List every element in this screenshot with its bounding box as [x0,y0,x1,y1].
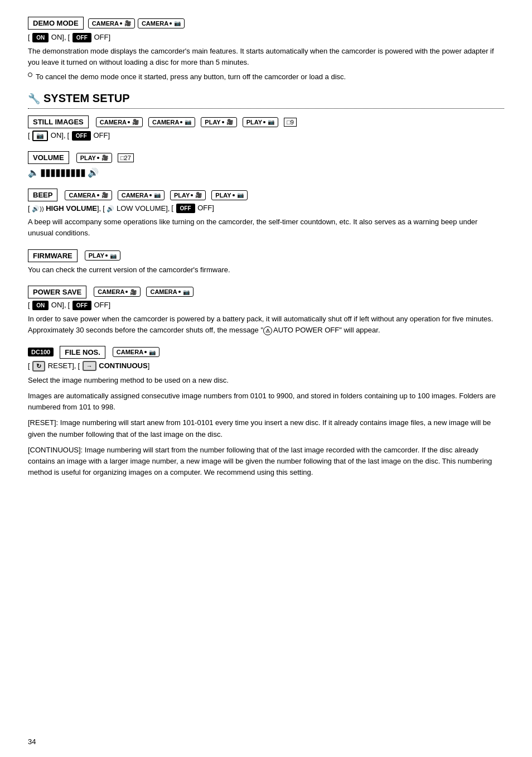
dot-beep-4 [233,194,235,196]
play-icon-vol: 🎥 [101,155,108,161]
file-nos-body1: Select the image numbering method to be … [28,375,504,386]
camera-video-badge-ps: CAMERA 🎥 [94,287,141,297]
volume-section: VOLUME PLAY 🎥 □ 27 🔈 ▮▮▮▮▮▮▮▮▮ 🔊 [28,151,504,179]
play-photo-badge-beep: PLAY 📷 [211,190,247,200]
dot-beep-3 [191,194,193,196]
page-ref-vol: □ 27 [118,153,134,162]
beep-options: [ 🔊)) HIGH VOLUME], [ 🔊 LOW VOLUME], [ O… [28,204,504,213]
dot-fn-1 [144,351,147,353]
demo-mode-bullet-text: To cancel the demo mode once it started,… [36,73,346,81]
camera-photo-badge-beep: CAMERA 📷 [118,190,165,200]
system-setup-heading: 🔧 SYSTEM SETUP [28,92,504,105]
dot-si-3 [222,121,224,123]
power-save-section: POWER SAVE CAMERA 🎥 CAMERA 📷 [ ON ON], [… [28,286,504,336]
photo-icon-si2: 📷 [268,119,274,125]
wrench-icon: 🔧 [28,93,40,105]
continuous-badge: → [83,361,96,371]
play-photo-badge-fw: PLAY 📷 [85,250,120,261]
demo-mode-section: DEMO MODE CAMERA 🎥 CAMERA 📷 [ ON ON], [ … [28,17,504,81]
video-icon-ps: 🎥 [130,289,137,295]
power-save-title: POWER SAVE [28,286,86,298]
on-badge-ps: ON [32,301,49,310]
camera-photo-badge-si: CAMERA 📷 [148,117,195,127]
file-nos-title: FILE NOS. [60,346,105,359]
photo-icon-fw: 📷 [110,253,117,259]
dot-si-1 [128,121,130,123]
dot-si-4 [263,121,265,123]
photo-icon-ps: 📷 [183,289,190,295]
off-badge-demo: OFF [72,33,91,42]
power-save-header-row: POWER SAVE CAMERA 🎥 CAMERA 📷 [28,286,504,298]
volume-high-icon: 🔊 [88,168,98,177]
video-icon-beep: 🎥 [101,192,108,198]
still-images-title: STILL IMAGES [28,115,89,128]
photo-icon-fn: 📷 [149,349,156,355]
beep-header-row: BEEP CAMERA 🎥 CAMERA 📷 PLAY 🎥 PLAY 📷 [28,189,504,201]
on-badge-demo: ON [32,33,49,42]
page-number: 34 [28,737,36,746]
power-save-options: [ ON ON], [ OFF OFF] [28,301,504,310]
photo-icon-1: 📷 [174,20,181,26]
file-nos-section: DC100 FILE NOS. CAMERA 📷 [ ↻ RESET], [ →… [28,346,504,478]
beep-high-icon: 🔊)) [32,205,43,212]
off-badge-ps: OFF [72,301,91,310]
firmware-section: FIRMWARE PLAY 📷 You can check the curren… [28,249,504,276]
volume-header-row: VOLUME PLAY 🎥 □ 27 [28,151,504,164]
beep-body: A beep will accompany some operations li… [28,216,504,239]
still-images-section: STILL IMAGES CAMERA 🎥 CAMERA 📷 PLAY 🎥 PL… [28,115,504,141]
dot-separator-2 [170,22,172,25]
dot-beep-2 [149,194,152,196]
page-ref-si: □ 9 [284,118,297,127]
system-setup-section: 🔧 SYSTEM SETUP STILL IMAGES CAMERA 🎥 CAM… [28,92,504,478]
dot-fw [105,254,108,257]
demo-mode-body: The demonstration mode displays the camc… [28,46,504,68]
video-icon-si: 🎥 [132,119,139,125]
dot-vol-1 [97,157,99,159]
dot-si-2 [180,121,182,123]
volume-icon-row: 🔈 ▮▮▮▮▮▮▮▮▮ 🔊 [28,166,504,179]
photo-badge-inline: 📷 [32,131,48,141]
volume-low-icon: 🔈 [28,168,38,177]
firmware-title: FIRMWARE [28,249,78,262]
beep-title: BEEP [28,189,57,201]
bullet-circle [28,73,32,77]
file-nos-body4: [CONTINUOUS]: Image numbering will start… [28,445,504,478]
volume-title: VOLUME [28,151,69,164]
file-nos-body3: [RESET]: Image numbering will start anew… [28,417,504,440]
dot-beep-1 [97,194,99,196]
firmware-body: You can check the current version of the… [28,264,504,276]
still-images-header-row: STILL IMAGES CAMERA 🎥 CAMERA 📷 PLAY 🎥 PL… [28,115,504,128]
play-icon-beep: 🎥 [195,192,202,198]
volume-bars: ▮▮▮▮▮▮▮▮▮ [40,167,85,178]
beep-low-icon: 🔊 [107,205,114,212]
file-nos-header-row: DC100 FILE NOS. CAMERA 📷 [28,346,504,359]
camera-video-badge-beep: CAMERA 🎥 [65,190,112,200]
demo-mode-options: [ ON ON], [ OFF OFF] [28,33,504,42]
play-photo-badge-si: PLAY 📷 [243,117,278,127]
play-icon-si: 🎥 [226,119,233,125]
reset-badge: ↻ [32,361,45,372]
section-divider [28,108,504,109]
play-video-badge-si: PLAY 🎥 [201,117,236,127]
dot-separator [120,22,122,25]
play-video-badge-beep: PLAY 🎥 [170,190,206,200]
beep-section: BEEP CAMERA 🎥 CAMERA 📷 PLAY 🎥 PLAY 📷 [28,189,504,239]
photo-icon-si: 📷 [185,119,191,125]
camera-video-badge-1: CAMERA 🎥 [88,18,135,28]
off-badge-si: OFF [72,131,91,141]
camera-photo-badge-fn: CAMERA 📷 [113,347,159,357]
demo-mode-title: DEMO MODE [28,17,84,30]
power-save-body: In order to save power when the camcorde… [28,314,504,336]
file-nos-options: [ ↻ RESET], [ → CONTINUOUS] [28,361,504,372]
dot-ps-1 [125,291,128,293]
play-video-badge-vol: PLAY 🎥 [76,153,112,163]
file-nos-body2: Images are automatically assigned consec… [28,390,504,413]
still-images-options: [ 📷 ON], [ OFF OFF] [28,131,504,141]
camera-photo-badge-ps: CAMERA 📷 [146,287,193,297]
video-icon: 🎥 [124,20,131,26]
photo-icon-beep: 📷 [154,192,161,198]
demo-mode-bullet: To cancel the demo mode once it started,… [28,73,504,81]
firmware-header-row: FIRMWARE PLAY 📷 [28,249,504,262]
camera-video-badge-si: CAMERA 🎥 [96,117,143,127]
off-badge-beep: OFF [176,204,195,213]
